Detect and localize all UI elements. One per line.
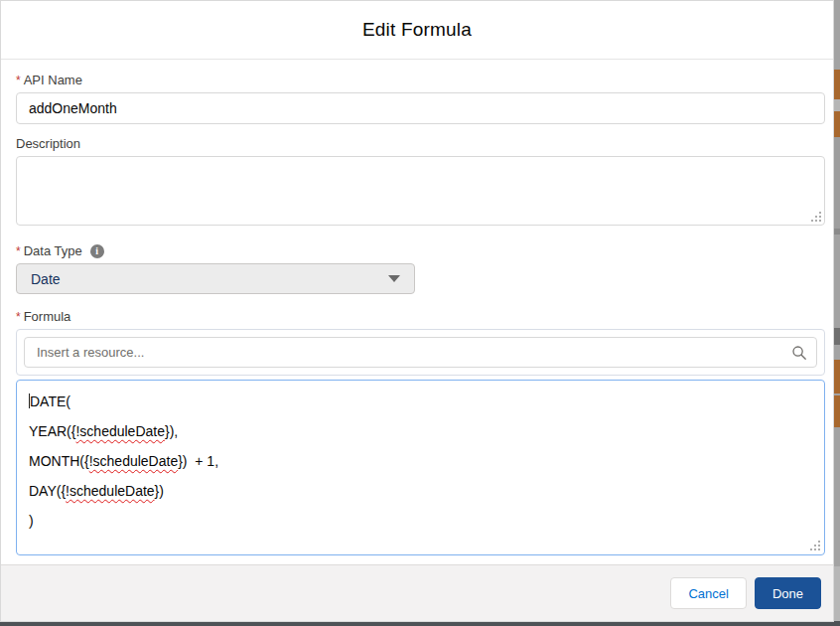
formula-line: ) bbox=[29, 506, 812, 536]
description-textarea[interactable] bbox=[16, 156, 825, 226]
background-fragment bbox=[833, 99, 840, 111]
misspelled-token: !scheduleDate bbox=[89, 453, 179, 469]
description-field: Description bbox=[16, 136, 818, 226]
data-type-label: *Data Type i bbox=[16, 243, 818, 258]
formula-code: DATE(YEAR({!scheduleDate}),MONTH({!sched… bbox=[29, 387, 812, 536]
chevron-down-icon bbox=[388, 275, 400, 282]
api-name-input[interactable] bbox=[16, 92, 825, 124]
search-icon bbox=[791, 345, 807, 361]
modal-footer: Cancel Done bbox=[1, 564, 833, 621]
done-button[interactable]: Done bbox=[755, 577, 821, 609]
modal-body: *API Name Description *Data Type i Date bbox=[1, 60, 833, 564]
formula-line: DAY({!scheduleDate}) bbox=[29, 476, 812, 506]
required-asterisk: * bbox=[16, 244, 21, 258]
background-page-sliver bbox=[833, 0, 840, 626]
misspelled-token: !scheduleDate bbox=[75, 423, 165, 439]
formula-token: }), bbox=[165, 423, 178, 439]
formula-token: YEAR({ bbox=[29, 423, 75, 439]
background-page-bottom bbox=[0, 622, 840, 626]
formula-token: ) bbox=[29, 513, 34, 529]
resize-handle-icon[interactable] bbox=[818, 548, 820, 550]
data-type-field: *Data Type i Date bbox=[16, 243, 818, 294]
api-name-label: *API Name bbox=[16, 73, 818, 87]
background-fragment bbox=[833, 360, 840, 393]
formula-line: DATE( bbox=[29, 387, 812, 416]
api-name-field: *API Name bbox=[16, 73, 818, 124]
description-label: Description bbox=[16, 136, 818, 151]
resource-picker-group bbox=[16, 329, 825, 376]
formula-token: }) + 1, bbox=[178, 453, 218, 469]
formula-field: *Formula DATE(YEAR({!scheduleDate}),MONT… bbox=[16, 309, 818, 555]
formula-label: *Formula bbox=[16, 309, 818, 324]
resource-picker-combobox bbox=[24, 337, 817, 368]
insert-resource-input[interactable] bbox=[25, 338, 816, 367]
formula-textarea[interactable]: DATE(YEAR({!scheduleDate}),MONTH({!sched… bbox=[16, 380, 825, 555]
data-type-dropdown[interactable]: Date bbox=[16, 263, 415, 294]
resize-handle-icon[interactable] bbox=[819, 220, 821, 222]
required-asterisk: * bbox=[16, 310, 21, 324]
background-fragment bbox=[833, 70, 840, 99]
formula-line: YEAR({!scheduleDate}), bbox=[29, 416, 812, 446]
misspelled-token: !scheduleDate bbox=[66, 483, 155, 499]
modal-title: Edit Formula bbox=[362, 19, 472, 41]
edit-formula-modal: Edit Formula *API Name Description *Data… bbox=[0, 0, 834, 622]
background-fragment bbox=[833, 395, 840, 427]
required-asterisk: * bbox=[16, 74, 21, 87]
data-type-selected-value: Date bbox=[31, 271, 61, 287]
background-fragment bbox=[833, 566, 840, 621]
formula-token: DAY({ bbox=[29, 483, 66, 499]
modal-header: Edit Formula bbox=[1, 1, 833, 60]
cancel-button[interactable]: Cancel bbox=[670, 577, 746, 609]
background-fragment bbox=[833, 111, 840, 137]
formula-token: DATE( bbox=[30, 393, 70, 409]
formula-token: MONTH({ bbox=[29, 453, 89, 469]
formula-line: MONTH({!scheduleDate}) + 1, bbox=[29, 446, 812, 476]
background-fragment bbox=[833, 137, 840, 229]
formula-token: }) bbox=[155, 483, 164, 499]
background-fragment bbox=[833, 229, 840, 235]
info-icon[interactable]: i bbox=[90, 244, 104, 258]
background-fragment bbox=[833, 328, 840, 345]
